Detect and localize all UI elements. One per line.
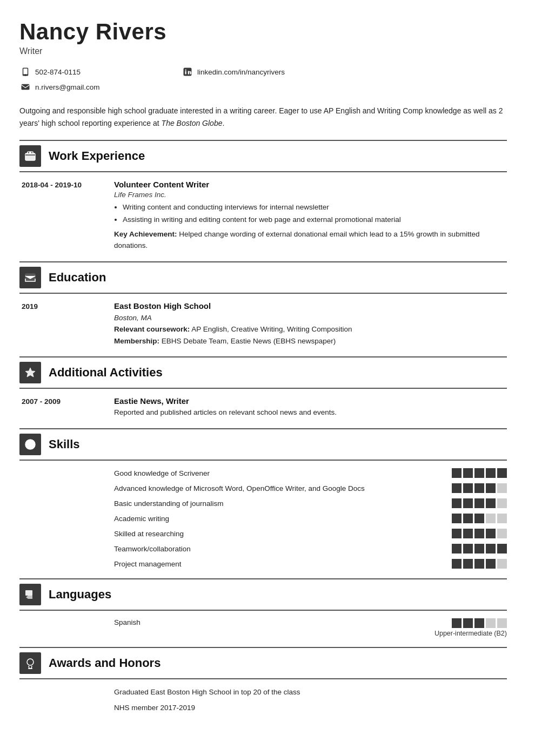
bullet-2: Assisting in writing and editing content…	[123, 214, 507, 226]
skill-bar-0-1	[463, 468, 473, 478]
skill-bar-2-4	[497, 498, 507, 508]
skill-bars-0	[452, 468, 507, 478]
skill-bars-5	[452, 544, 507, 554]
activity-date-1: 2007 - 2009	[19, 396, 114, 418]
skill-bar-6-4	[497, 559, 507, 569]
svg-rect-15	[25, 590, 32, 596]
skill-name-3: Academic writing	[19, 515, 452, 523]
work-content-1: Volunteer Content Writer Life Frames Inc…	[114, 180, 507, 252]
bullet-1: Writing content and conducting interview…	[123, 202, 507, 213]
awards-header: Awards and Honors	[19, 647, 507, 679]
skill-bar-4-1	[463, 529, 473, 538]
skill-name-1: Advanced knowledge of Microsoft Word, Op…	[19, 484, 452, 492]
email-text: n.rivers@gmail.com	[35, 83, 99, 91]
languages-title: Languages	[49, 588, 111, 602]
email-row: n.rivers@gmail.com	[19, 81, 507, 95]
lang-level-0: Upper-intermediate (B2)	[434, 630, 507, 637]
summary: Outgoing and responsible high school gra…	[19, 105, 507, 129]
header: Nancy Rivers Writer 502-874-0115	[19, 19, 507, 95]
skill-bar-0-2	[474, 468, 484, 478]
skill-bar-4-4	[497, 529, 507, 538]
lang-bar-0-4	[497, 618, 507, 628]
achievement-label: Key Achievement:	[114, 230, 177, 238]
skill-bar-2-0	[452, 498, 462, 508]
lang-bar-0-0	[452, 618, 462, 628]
location-text: Boston, MA	[114, 314, 152, 322]
skill-bar-0-4	[497, 468, 507, 478]
skill-bar-3-0	[452, 514, 462, 523]
coursework-1: Relevant coursework: AP English, Creativ…	[114, 323, 507, 335]
svg-point-2	[25, 75, 26, 76]
activities-header: Additional Activities	[19, 356, 507, 389]
svg-point-17	[27, 659, 34, 665]
education-header: Education	[19, 261, 507, 294]
skill-bars-6	[452, 559, 507, 569]
summary-text: Outgoing and responsible high school gra…	[19, 106, 503, 127]
skill-bar-1-1	[463, 483, 473, 493]
svg-rect-7	[25, 153, 35, 160]
skill-bar-1-4	[497, 483, 507, 493]
edu-content-1: East Boston High School Boston, MA Relev…	[114, 301, 507, 347]
skill-bar-2-2	[474, 498, 484, 508]
contact-info: 502-874-0115 linkedin.com/in/nancyrivers	[19, 66, 507, 80]
skill-bar-0-0	[452, 468, 462, 478]
key-achievement-1: Key Achievement: Helped change wording o…	[114, 229, 507, 252]
full-name: Nancy Rivers	[19, 19, 507, 44]
awards-list: Graduated East Boston High School in top…	[19, 687, 507, 714]
skill-row-3: Academic writing	[19, 514, 507, 523]
lang-row-0: SpanishUpper-intermediate (B2)	[19, 618, 507, 637]
skill-bars-1	[452, 483, 507, 493]
coursework-label: Relevant coursework:	[114, 325, 190, 333]
skills-title: Skills	[49, 437, 79, 451]
skill-name-4: Skilled at researching	[19, 530, 452, 538]
svg-rect-6	[22, 84, 30, 90]
svg-marker-16	[26, 596, 32, 599]
linkedin-item: linkedin.com/in/nancyrivers	[182, 66, 344, 78]
membership-label: Membership:	[114, 337, 159, 345]
skill-name-6: Project management	[19, 560, 452, 568]
lang-name-0: Spanish	[19, 618, 434, 626]
activity-desc-1: Reported and published articles on relev…	[114, 407, 507, 418]
school-location-1: Boston, MA	[114, 312, 507, 324]
skill-bar-4-2	[474, 529, 484, 538]
skill-bar-5-0	[452, 544, 462, 554]
skill-row-5: Teamwork/collaboration	[19, 544, 507, 554]
membership-1: Membership: EBHS Debate Team, Eastie New…	[114, 335, 507, 347]
skill-bar-6-1	[463, 559, 473, 569]
membership-text: EBHS Debate Team, Eastie News (EBHS news…	[162, 337, 336, 345]
skill-bar-6-0	[452, 559, 462, 569]
languages-header: Languages	[19, 578, 507, 611]
languages-list: SpanishUpper-intermediate (B2)	[19, 618, 507, 637]
job-title-1: Volunteer Content Writer	[114, 180, 507, 189]
summary-end: .	[222, 119, 224, 127]
skill-bar-1-2	[474, 483, 484, 493]
activity-content-1: Eastie News, Writer Reported and publish…	[114, 396, 507, 418]
skill-name-0: Good knowledge of Scrivener	[19, 469, 452, 477]
svg-rect-1	[23, 69, 28, 75]
work-date-1: 2018-04 - 2019-10	[19, 180, 114, 252]
skills-icon	[19, 434, 41, 455]
skills-header: Skills	[19, 428, 507, 461]
skill-bar-3-3	[486, 514, 496, 523]
school-name-1: East Boston High School	[114, 301, 507, 310]
activities-title: Additional Activities	[49, 366, 163, 380]
work-experience-title: Work Experience	[49, 149, 145, 163]
svg-marker-12	[25, 368, 35, 377]
work-experience-header: Work Experience	[19, 140, 507, 172]
lang-bar-0-1	[463, 618, 473, 628]
edu-date-1: 2019	[19, 301, 114, 347]
skill-name-2: Basic understanding of journalism	[19, 500, 452, 508]
skill-bar-6-2	[474, 559, 484, 569]
skill-bar-1-3	[486, 483, 496, 493]
education-title: Education	[49, 271, 106, 285]
work-entry-1: 2018-04 - 2019-10 Volunteer Content Writ…	[19, 180, 507, 252]
skill-row-0: Good knowledge of Scrivener	[19, 468, 507, 478]
activities-icon	[19, 362, 41, 383]
skill-bar-1-0	[452, 483, 462, 493]
svg-point-13	[25, 440, 35, 449]
awards-icon	[19, 652, 41, 674]
summary-italic: The Boston Globe	[162, 119, 223, 127]
skill-bar-5-3	[486, 544, 496, 554]
skill-bar-3-2	[474, 514, 484, 523]
lang-bars-0	[452, 618, 507, 628]
